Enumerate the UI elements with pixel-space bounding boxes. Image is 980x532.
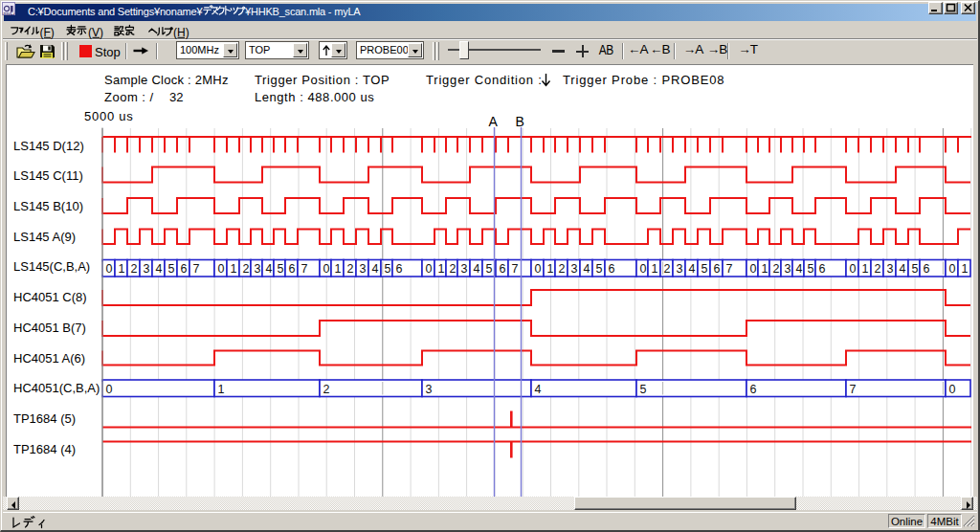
svg-text:1: 1: [652, 262, 658, 276]
svg-text:4: 4: [796, 262, 803, 276]
svg-text:6: 6: [609, 262, 615, 276]
svg-text:TP1684 (4): TP1684 (4): [13, 442, 76, 456]
svg-text:0: 0: [106, 383, 113, 396]
svg-text:2: 2: [347, 262, 354, 276]
svg-text:2: 2: [559, 262, 566, 276]
svg-text:LS145 A(9): LS145 A(9): [13, 230, 76, 244]
svg-text:0: 0: [640, 262, 647, 276]
svg-text:4: 4: [474, 262, 480, 276]
svg-text:3: 3: [571, 262, 578, 276]
svg-text:0: 0: [535, 262, 542, 276]
svg-text:7: 7: [193, 262, 200, 276]
svg-text:1: 1: [119, 262, 125, 276]
svg-text:6: 6: [924, 262, 930, 276]
svg-text:Trigger Probe : PROBE08: Trigger Probe : PROBE08: [563, 73, 724, 87]
svg-text:TP1684 (5): TP1684 (5): [13, 411, 76, 426]
svg-text:1: 1: [962, 262, 969, 276]
svg-text:3: 3: [426, 383, 433, 396]
svg-text:0: 0: [850, 262, 857, 276]
svg-text:1: 1: [438, 262, 445, 276]
svg-text:1: 1: [218, 383, 225, 396]
svg-text:5: 5: [168, 262, 175, 276]
svg-text:0: 0: [426, 262, 433, 276]
svg-text:5: 5: [278, 262, 284, 276]
svg-text:4: 4: [535, 383, 542, 396]
svg-text:0: 0: [218, 262, 225, 276]
svg-text:HC4051 B(7): HC4051 B(7): [13, 321, 86, 335]
svg-text:4: 4: [266, 262, 273, 276]
svg-text:1: 1: [547, 262, 554, 276]
svg-text:5: 5: [808, 262, 814, 276]
svg-text:6: 6: [500, 262, 506, 276]
svg-text:1: 1: [231, 262, 237, 276]
svg-text:2: 2: [323, 383, 330, 396]
svg-text:4: 4: [900, 262, 906, 276]
svg-text:1: 1: [762, 262, 768, 276]
svg-text:LS145 B(10): LS145 B(10): [13, 199, 83, 213]
svg-text:7: 7: [512, 262, 519, 276]
svg-text:2: 2: [131, 262, 138, 276]
svg-text:HC4051(C,B,A): HC4051(C,B,A): [13, 381, 100, 395]
svg-text:2: 2: [773, 262, 780, 276]
svg-text:3: 3: [887, 262, 894, 276]
svg-text:Length : 488.000 us: Length : 488.000 us: [255, 90, 374, 104]
svg-text:1: 1: [335, 262, 342, 276]
svg-text:Trigger Position : TOP: Trigger Position : TOP: [255, 73, 390, 87]
svg-text:A: A: [489, 114, 499, 129]
svg-text:3: 3: [785, 262, 791, 276]
svg-text:5: 5: [912, 262, 919, 276]
svg-text:6: 6: [181, 262, 188, 276]
svg-text:3: 3: [255, 262, 261, 276]
svg-text:0: 0: [323, 262, 330, 276]
svg-text:2: 2: [664, 262, 671, 276]
svg-text:6: 6: [396, 262, 403, 276]
svg-text:6: 6: [819, 262, 826, 276]
svg-text:5: 5: [640, 383, 647, 396]
svg-text:2: 2: [243, 262, 250, 276]
svg-text:3: 3: [144, 262, 150, 276]
svg-text:5: 5: [702, 262, 708, 276]
svg-text:6: 6: [714, 262, 721, 276]
svg-text:B: B: [516, 114, 524, 129]
svg-text:Sample Clock : 2MHz: Sample Clock : 2MHz: [104, 73, 229, 87]
svg-text:0: 0: [949, 383, 956, 396]
svg-text:3: 3: [360, 262, 367, 276]
svg-text:LS145(C,B,A): LS145(C,B,A): [13, 259, 90, 274]
svg-text:LS145 C(11): LS145 C(11): [13, 168, 83, 183]
svg-text:2: 2: [875, 262, 881, 276]
svg-text:7: 7: [726, 262, 733, 276]
svg-text:5000 us: 5000 us: [84, 109, 134, 123]
svg-text:7: 7: [850, 383, 857, 396]
svg-text:6: 6: [750, 383, 757, 396]
svg-text:4: 4: [372, 262, 379, 276]
svg-text:7: 7: [301, 262, 308, 276]
svg-text:5: 5: [596, 262, 603, 276]
svg-text:3: 3: [461, 262, 468, 276]
svg-text:4: 4: [689, 262, 696, 276]
svg-text:Trigger Condition :: Trigger Condition :: [426, 73, 543, 87]
svg-text:1: 1: [862, 262, 869, 276]
svg-text:0: 0: [949, 262, 956, 276]
svg-text:2: 2: [450, 262, 457, 276]
svg-text:0: 0: [106, 262, 113, 276]
svg-text:0: 0: [750, 262, 757, 276]
svg-text:5: 5: [486, 262, 493, 276]
svg-text:Zoom : /: Zoom : /: [104, 90, 154, 104]
svg-text:32: 32: [169, 90, 183, 104]
svg-text:4: 4: [156, 262, 163, 276]
svg-text:5: 5: [385, 262, 391, 276]
svg-text:3: 3: [677, 262, 683, 276]
svg-text:HC4051 C(8): HC4051 C(8): [13, 290, 87, 304]
svg-text:6: 6: [289, 262, 296, 276]
svg-text:HC4051 A(6): HC4051 A(6): [13, 351, 85, 366]
svg-text:4: 4: [584, 262, 590, 276]
svg-text:LS145 D(12): LS145 D(12): [13, 139, 84, 153]
